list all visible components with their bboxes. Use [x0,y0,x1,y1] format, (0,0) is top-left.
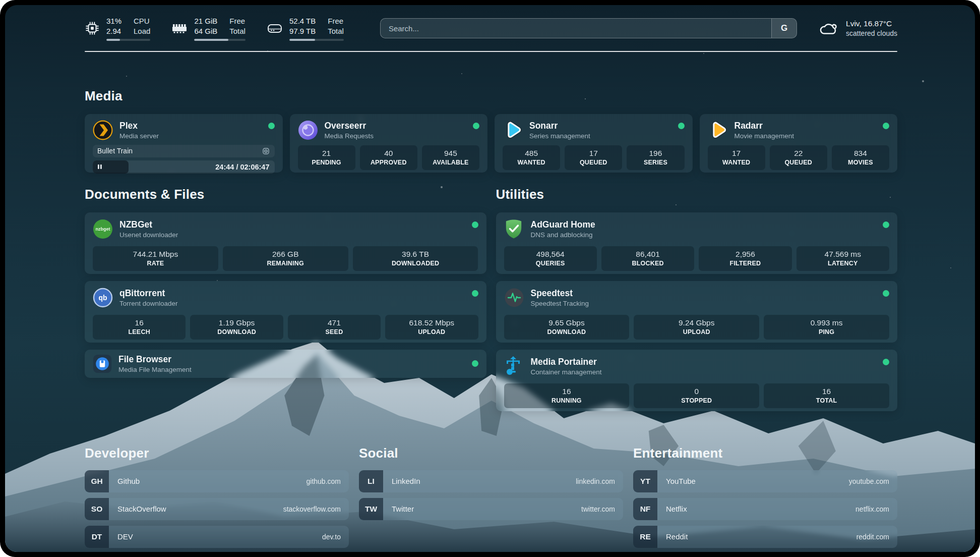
cpu-stat-widget: 31% 2.94 CPU Load [85,16,150,41]
section-title-social: Social [359,445,623,461]
stat-value: 0.993 ms [766,318,887,327]
stat-tile: 17 WANTED [708,145,765,170]
stat-value: 39.6 TB [355,250,476,259]
cpu-usage-track [106,39,150,41]
weather-widget: Lviv, 16.87°C scattered clouds [818,19,897,37]
app-card-overseerr[interactable]: Overseerr Media Requests 21 PENDING 40 A… [290,114,488,173]
section-title-entertainment: Entertainment [633,445,897,461]
stat-value: 22 [772,149,825,158]
stat-value: 196 [629,149,682,158]
bookmark-twitter[interactable]: TW Twitter twitter.com [359,498,623,520]
app-card-speedtest[interactable]: Speedtest Speedtest Tracking 9.65 Gbps D… [496,281,898,343]
search-engine-button[interactable]: G [771,19,797,38]
stat-tile: 498,564 QUERIES [504,246,597,271]
svg-text:qb: qb [98,294,107,302]
app-card-qbittorrent[interactable]: qb qBittorrent Torrent downloader [85,281,486,343]
bookmark-name: Github [117,477,140,485]
svg-text:nzbget: nzbget [96,227,110,232]
search-bar: G [380,18,797,38]
stat-label: UPLOAD [636,328,757,336]
stat-tile: 22 QUEUED [770,145,827,170]
app-card-nzbget[interactable]: nzbget NZBGet Usenet downloader 74 [85,212,486,274]
bookmark-abbr: YT [633,470,657,492]
cloud-icon [818,20,839,36]
status-online-dot [268,123,275,129]
app-card-filebrowser[interactable]: File Browser Media File Management [85,350,486,378]
bookmark-reddit[interactable]: RE Reddit reddit.com [633,526,897,548]
memory-labels: Free Total [229,16,246,36]
app-description: Media File Management [118,366,192,373]
bookmark-group-entertainment: Entertainment YT YouTube youtube.com NF … [633,445,897,552]
stat-value: 2,956 [701,250,789,259]
stat-value: 86,401 [603,250,692,259]
stat-tile: 47.569 ms LATENCY [797,246,889,271]
topbar-divider [85,51,897,52]
bookmark-name: LinkedIn [392,477,420,485]
bookmark-group-social: Social LI LinkedIn linkedin.com TW Twitt… [359,445,623,552]
app-card-radarr[interactable]: Radarr Movie management 17 WANTED 22 QUE… [700,114,898,173]
status-online-dot [883,221,889,228]
bookmark-url: stackoverflow.com [283,505,349,513]
stat-tile: 2,956 FILTERED [699,246,791,271]
stat-label: AVAILABLE [424,159,477,166]
status-online-dot [883,359,889,365]
stat-value: 945 [424,149,477,158]
app-description: Series management [529,132,590,140]
bookmark-dev[interactable]: DT DEV dev.to [85,526,349,548]
stat-label: WANTED [710,159,763,166]
section-title-developer: Developer [85,445,349,461]
app-description: Movie management [734,132,794,140]
stat-value: 834 [834,149,887,158]
bookmark-youtube[interactable]: YT YouTube youtube.com [633,470,897,492]
stat-tile: 1.19 Gbps DOWNLOAD [190,315,283,340]
bookmark-abbr: TW [359,498,383,520]
stat-label: LEECH [95,328,183,336]
dashboard-background: 31% 2.94 CPU Load [5,5,975,552]
app-name: Radarr [734,121,794,131]
app-name: qBittorrent [119,288,178,298]
stat-tile: 196 SERIES [627,145,684,170]
video-session-icon [262,147,270,155]
stat-label: DOWNLOAD [192,328,281,336]
weather-location-temp: Lviv, 16.87°C [846,19,897,28]
disk-usage-track [289,39,344,41]
stat-tile: 9.24 Gbps UPLOAD [634,315,759,340]
cpu-values: 31% 2.94 [106,16,121,36]
stat-label: RUNNING [506,397,628,404]
app-card-plex[interactable]: Plex Media server Bullet Train [85,114,283,173]
stat-tile: 834 MOVIES [832,145,889,170]
stat-label: LATENCY [799,260,887,267]
section-title-utilities: Utilities [496,187,898,202]
app-description: Media server [119,132,159,140]
bookmark-github[interactable]: GH Github github.com [85,470,349,492]
bookmark-stackoverflow[interactable]: SO StackOverflow stackoverflow.com [85,498,349,520]
app-card-adguard[interactable]: AdGuard Home DNS and adblocking 498,564 … [496,212,898,274]
bookmark-url: dev.to [322,533,349,541]
bookmark-netflix[interactable]: NF Netflix netflix.com [633,498,897,520]
bookmark-url: netflix.com [855,505,897,513]
bookmark-url: reddit.com [856,533,897,541]
search-input[interactable] [381,19,797,38]
app-description: Speedtest Tracking [531,300,589,307]
memory-usage-bar [194,39,228,41]
stat-value: 498,564 [506,250,595,259]
bookmark-name: Reddit [666,532,688,541]
bookmark-linkedin[interactable]: LI LinkedIn linkedin.com [359,470,623,492]
bookmark-abbr: RE [633,526,657,548]
app-name: Plex [119,121,159,131]
app-name: Media Portainer [531,357,602,367]
app-card-sonarr[interactable]: Sonarr Series management 485 WANTED 17 Q… [495,114,693,173]
stat-label: BLOCKED [603,260,692,267]
memory-icon [171,21,188,35]
bookmark-url: linkedin.com [576,477,623,485]
app-card-portainer[interactable]: Media Portainer Container management 16 … [496,350,898,411]
bookmark-name: Netflix [666,505,687,513]
memory-usage-track [194,39,246,41]
bookmark-url: twitter.com [581,505,623,513]
stat-tile: 618.52 Mbps UPLOAD [385,315,478,340]
app-name: AdGuard Home [531,219,595,230]
speedtest-logo-icon [504,288,524,308]
stat-tile: 945 AVAILABLE [422,145,479,170]
stat-tile: 16 TOTAL [764,383,889,408]
app-description: Container management [531,368,602,376]
